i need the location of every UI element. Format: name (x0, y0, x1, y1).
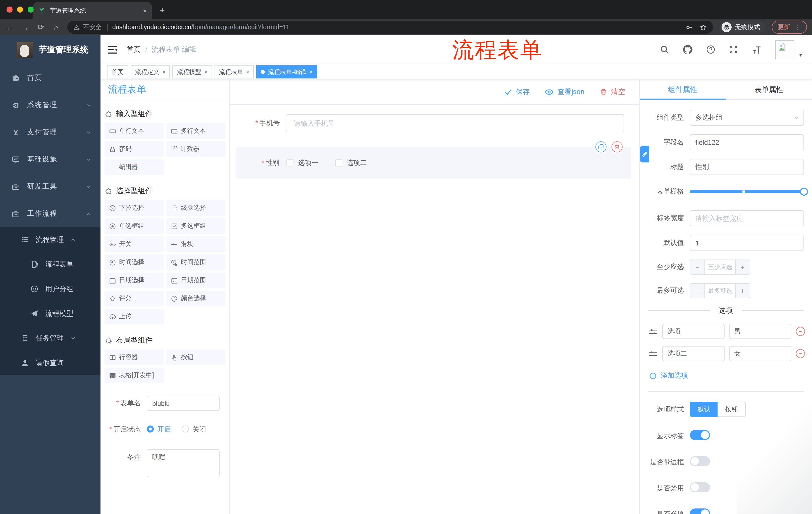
sidebar-item-infra[interactable]: 基础设施 (0, 146, 100, 173)
sidebar-item-task-mgmt[interactable]: 任务管理 (0, 326, 100, 351)
field-name-input[interactable] (690, 134, 804, 151)
security-status[interactable]: 不安全 (74, 23, 102, 31)
component-table[interactable]: 表格[开发中] (105, 368, 164, 383)
duplicate-component-button[interactable] (596, 141, 607, 153)
zoom-window-button[interactable] (28, 6, 34, 12)
tag-process-form-edit[interactable]: 流程表单-编辑 × (257, 65, 317, 78)
avatar[interactable] (775, 40, 794, 59)
browser-update-button[interactable]: 更新 ⋮ (772, 21, 807, 34)
form-grid-slider[interactable] (690, 184, 804, 200)
sidebar-item-process-mgmt[interactable]: 流程管理 (0, 227, 100, 252)
option-value-input[interactable] (729, 324, 791, 339)
view-json-button[interactable]: 查看json (545, 87, 584, 96)
drag-handle-icon[interactable] (648, 349, 658, 358)
forward-button[interactable]: → (21, 23, 30, 31)
radio-closed[interactable]: 关闭 (182, 425, 206, 434)
required-toggle[interactable] (690, 509, 710, 514)
password-key-icon[interactable] (685, 23, 693, 31)
collapse-sidebar-icon[interactable] (107, 44, 118, 55)
breadcrumb-home[interactable]: 首页 (127, 45, 141, 54)
font-size-icon[interactable] (751, 45, 762, 55)
delete-component-button[interactable] (611, 141, 622, 153)
phone-field-row[interactable]: *手机号 (238, 114, 624, 132)
component-color-picker[interactable]: 颜色选择 (166, 291, 226, 306)
checkbox-option-2[interactable]: 选项二 (335, 158, 367, 167)
component-editor[interactable]: 编辑器 (105, 159, 164, 175)
clear-button[interactable]: 清空 (600, 87, 625, 96)
remark-textarea[interactable]: 嘿嘿 (147, 449, 220, 477)
component-button[interactable]: 按钮 (166, 350, 226, 365)
stepper-decrease-button[interactable]: − (690, 283, 705, 298)
tag-home[interactable]: 首页 (107, 65, 128, 78)
sidebar-item-leave-query[interactable]: 请假查询 (0, 351, 100, 375)
sidebar-item-user-group[interactable]: 用户分组 (0, 277, 100, 301)
stepper-increase-button[interactable]: + (735, 283, 750, 298)
show-label-toggle[interactable] (690, 430, 710, 440)
component-date-picker[interactable]: 日期选择 (105, 273, 164, 288)
component-password[interactable]: 密码 (105, 141, 164, 157)
help-icon[interactable] (706, 45, 716, 54)
component-time-picker[interactable]: 时间选择 (105, 254, 164, 270)
component-type-select[interactable]: 多选框组 (690, 110, 804, 126)
phone-input[interactable] (286, 114, 624, 132)
avatar-dropdown-caret-icon[interactable]: ▾ (800, 52, 802, 58)
component-multi-text[interactable]: 多行文本 (166, 123, 226, 139)
tag-process-model[interactable]: 流程模型 × (173, 65, 212, 78)
component-checkbox-group[interactable]: 多选框组 (166, 218, 226, 234)
component-cascader[interactable]: 级联选择 (166, 200, 226, 216)
component-upload[interactable]: 上传 (105, 309, 164, 324)
window-controls[interactable] (6, 6, 34, 12)
sidebar-item-system[interactable]: ⚙ 系统管理 (0, 91, 100, 119)
border-toggle[interactable] (690, 456, 710, 466)
component-slider[interactable]: 滑块 (166, 236, 226, 252)
form-name-input[interactable] (147, 396, 220, 411)
slider-handle[interactable] (800, 188, 808, 196)
new-tab-button[interactable]: + (155, 3, 170, 18)
fullscreen-icon[interactable] (729, 45, 738, 54)
link-tab[interactable] (640, 146, 649, 162)
checkbox-unchecked-icon[interactable] (335, 159, 342, 166)
option-value-input[interactable] (729, 346, 791, 361)
component-rate[interactable]: 评分 (105, 291, 164, 306)
sidebar-item-payment[interactable]: ¥ 支付管理 (0, 119, 100, 146)
default-value-input[interactable] (690, 235, 804, 251)
remove-option-button[interactable]: − (796, 349, 805, 358)
component-single-text[interactable]: 单行文本 (105, 123, 164, 139)
stepper-placeholder[interactable]: 最多可选 (705, 283, 735, 298)
component-date-range[interactable]: 日期范围 (166, 273, 226, 288)
stepper-decrease-button[interactable]: − (690, 260, 705, 274)
remove-option-button[interactable]: − (796, 327, 805, 336)
title-input[interactable] (690, 159, 804, 175)
component-select[interactable]: 下拉选择 (105, 200, 164, 216)
add-option-button[interactable]: 添加选项 (649, 371, 812, 380)
tab-form-props[interactable]: 表单属性 (726, 79, 812, 100)
reload-button[interactable]: ⟳ (36, 23, 45, 32)
component-switch[interactable]: 开关 (105, 236, 164, 252)
back-button[interactable]: ← (5, 23, 14, 31)
browser-tab[interactable]: 芋道管理系统 × (33, 2, 152, 19)
tag-close-icon[interactable]: × (309, 69, 313, 75)
selected-component-gender[interactable]: *性别 选项一 选项二 (236, 147, 631, 179)
sidebar-item-home[interactable]: 首页 (0, 64, 100, 91)
component-row-container[interactable]: 行容器 (105, 350, 164, 365)
sidebar-item-process-model[interactable]: 流程模型 (0, 301, 100, 326)
option-name-input[interactable] (662, 324, 725, 339)
home-button[interactable]: ⌂ (52, 23, 61, 31)
component-counter[interactable]: 123 计数器 (166, 141, 226, 157)
close-window-button[interactable] (6, 6, 12, 12)
option-name-input[interactable] (662, 346, 725, 361)
search-icon[interactable] (660, 45, 669, 54)
sidebar-item-process-form[interactable]: 流程表单 (0, 252, 100, 277)
stepper-increase-button[interactable]: + (735, 260, 750, 274)
tag-process-form[interactable]: 流程表单 × (214, 65, 254, 78)
tab-component-props[interactable]: 组件属性 (640, 79, 726, 100)
tag-close-icon[interactable]: × (246, 69, 250, 75)
stepper-placeholder[interactable]: 至少应选 (705, 260, 735, 274)
save-button[interactable]: 保存 (504, 87, 530, 96)
slider-track[interactable] (690, 190, 804, 193)
github-icon[interactable] (683, 44, 693, 55)
sidebar-item-workflow[interactable]: 工作流程 (0, 200, 100, 227)
tag-close-icon[interactable]: × (204, 69, 207, 75)
label-width-input[interactable] (690, 210, 804, 226)
bookmark-star-icon[interactable] (699, 23, 707, 31)
